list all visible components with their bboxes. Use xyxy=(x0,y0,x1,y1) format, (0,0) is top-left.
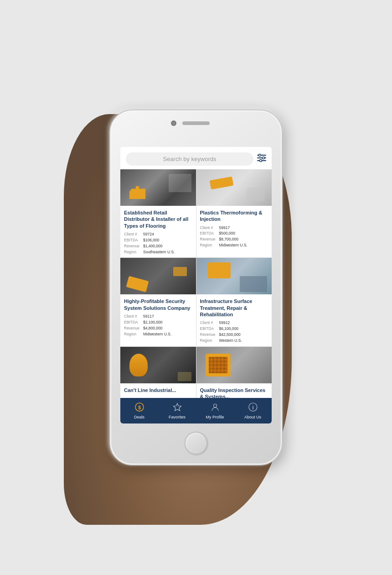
card-details-4: Client # 59912 EBITDA $6,100,000 Revenue… xyxy=(200,320,268,344)
nav-label-about-us: About Us xyxy=(244,415,261,419)
label-region: Region xyxy=(200,243,219,248)
security-image xyxy=(120,258,196,294)
value-ebitda-1: $106,000 xyxy=(143,238,159,243)
label-client: Client # xyxy=(200,225,219,231)
phone-screen: Search by keywords xyxy=(120,147,272,423)
label-ebitda: EBITDA xyxy=(124,238,143,243)
detail-row: Client # 59917 xyxy=(200,225,268,231)
card-title-3: Highly-Profitable Security System Soluti… xyxy=(124,298,192,311)
detail-row: EBITDA $106,000 xyxy=(124,238,192,243)
listing-card-4[interactable]: Infrastructure Surface Treatment, Repair… xyxy=(196,258,272,346)
person-icon xyxy=(211,402,220,414)
search-placeholder: Search by keywords xyxy=(133,156,246,162)
nav-label-my-profile: My Profile xyxy=(206,415,224,419)
card-image-5 xyxy=(120,347,196,383)
value-ebitda-3: $2,100,000 xyxy=(143,320,163,325)
card-content-3: Highly-Profitable Security System Soluti… xyxy=(120,294,196,346)
card-content-5: Can't Line Industrial... xyxy=(120,383,196,398)
value-region-1: Southeastern U.S. xyxy=(143,250,175,255)
label-revenue: Revenue xyxy=(124,244,143,249)
card-image-6 xyxy=(196,347,272,383)
card-title-1: Established Retail Distributor & Install… xyxy=(124,209,192,229)
bottom-navigation: $ Deals Favorites xyxy=(120,398,272,423)
warehouse-image xyxy=(120,169,196,206)
label-client: Client # xyxy=(124,314,143,319)
plastics-image xyxy=(196,169,272,206)
detail-row: Region Southeastern U.S. xyxy=(124,250,192,255)
search-input-wrapper[interactable]: Search by keywords xyxy=(126,152,253,166)
card-title-2: Plastics Thermoforming & Injection xyxy=(200,209,268,223)
phone-home-button xyxy=(185,432,207,455)
card-title-4: Infrastructure Surface Treatment, Repair… xyxy=(200,298,268,318)
label-client: Client # xyxy=(124,232,143,237)
svg-text:i: i xyxy=(252,404,253,410)
value-revenue-4: $42,500,000 xyxy=(219,332,241,338)
card-title-6: Quality Inspection Services & Systems... xyxy=(200,387,268,398)
value-client-4: 59912 xyxy=(219,320,230,326)
filter-icon[interactable] xyxy=(257,154,266,164)
label-ebitda: EBITDA xyxy=(200,231,219,236)
card-image-1 xyxy=(120,169,196,206)
detail-row: Client # 59724 xyxy=(124,232,192,237)
card-details-3: Client # 59117 EBITDA $2,100,000 Revenue… xyxy=(124,314,192,337)
dollar-icon: $ xyxy=(135,402,144,414)
welding-image xyxy=(120,347,196,383)
listing-card-3[interactable]: Highly-Profitable Security System Soluti… xyxy=(120,258,196,346)
listings-grid: Established Retail Distributor & Install… xyxy=(120,169,272,398)
listing-card-6[interactable]: Quality Inspection Services & Systems... xyxy=(196,347,272,398)
value-client-1: 59724 xyxy=(143,232,154,237)
value-revenue-3: $4,800,000 xyxy=(143,326,163,331)
detail-row: Revenue $4,800,000 xyxy=(124,326,192,331)
card-content-2: Plastics Thermoforming & Injection Clien… xyxy=(196,206,272,257)
star-icon xyxy=(173,402,182,414)
nav-item-favorites[interactable]: Favorites xyxy=(158,398,196,423)
card-content-6: Quality Inspection Services & Systems... xyxy=(196,383,272,398)
chip-image xyxy=(196,347,272,383)
value-region-4: Western U.S. xyxy=(219,338,242,344)
label-revenue: Revenue xyxy=(200,332,219,338)
value-ebitda-2: $500,000 xyxy=(219,231,235,236)
card-details-2: Client # 59917 EBITDA $500,000 Revenue $… xyxy=(200,225,268,249)
label-revenue: Revenue xyxy=(200,237,219,242)
label-ebitda: EBITDA xyxy=(200,326,219,332)
card-image-2 xyxy=(196,169,272,206)
nav-label-favorites: Favorites xyxy=(169,415,186,419)
detail-row: Client # 59117 xyxy=(124,314,192,319)
svg-point-4 xyxy=(263,157,265,159)
svg-text:$: $ xyxy=(138,404,140,410)
nav-label-deals: Deals xyxy=(134,415,144,419)
infrastructure-image xyxy=(196,258,272,294)
nav-item-my-profile[interactable]: My Profile xyxy=(196,398,234,423)
value-region-3: Midwestern U.S. xyxy=(143,332,171,337)
value-revenue-2: $8,700,000 xyxy=(219,237,239,242)
listing-card-1[interactable]: Established Retail Distributor & Install… xyxy=(120,169,196,257)
detail-row: Region Midwestern U.S. xyxy=(200,243,268,248)
phone-mockup: Search by keywords xyxy=(100,91,292,484)
detail-row: Client # 59912 xyxy=(200,320,268,326)
value-region-2: Midwestern U.S. xyxy=(219,243,248,248)
listing-card-5[interactable]: Can't Line Industrial... xyxy=(120,347,196,398)
nav-item-about-us[interactable]: i About Us xyxy=(234,398,272,423)
label-region: Region xyxy=(124,332,143,337)
label-region: Region xyxy=(200,338,219,344)
card-content-4: Infrastructure Surface Treatment, Repair… xyxy=(196,294,272,346)
nav-item-deals[interactable]: $ Deals xyxy=(120,398,158,423)
card-details-1: Client # 59724 EBITDA $106,000 Revenue $… xyxy=(124,232,192,255)
phone-speaker xyxy=(182,121,210,125)
svg-point-5 xyxy=(260,160,262,162)
phone-shell: Search by keywords xyxy=(109,110,283,465)
detail-row: EBITDA $6,100,000 xyxy=(200,326,268,332)
value-ebitda-4: $6,100,000 xyxy=(219,326,239,332)
svg-marker-8 xyxy=(173,403,181,411)
card-title-5: Can't Line Industrial... xyxy=(124,387,192,393)
search-bar: Search by keywords xyxy=(120,147,272,169)
label-revenue: Revenue xyxy=(124,326,143,331)
label-client: Client # xyxy=(200,320,219,326)
label-region: Region xyxy=(124,250,143,255)
card-image-4 xyxy=(196,258,272,294)
card-image-3 xyxy=(120,258,196,294)
detail-row: Revenue $8,700,000 xyxy=(200,237,268,242)
phone-camera xyxy=(171,120,176,126)
svg-point-3 xyxy=(259,154,261,157)
listing-card-2[interactable]: Plastics Thermoforming & Injection Clien… xyxy=(196,169,272,257)
